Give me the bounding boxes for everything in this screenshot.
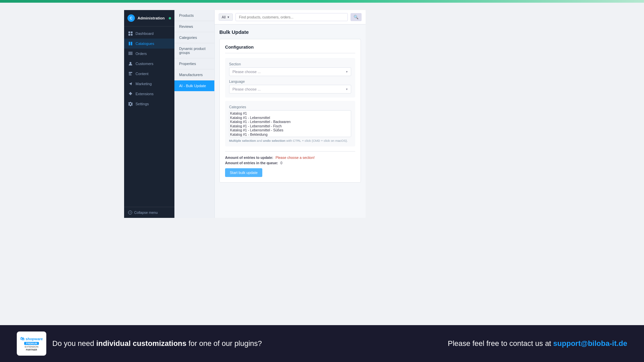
collapse-icon: ? bbox=[128, 210, 132, 215]
section-select-wrapper: Please choose ... ▼ bbox=[229, 67, 351, 76]
extension-label: EXTENSION bbox=[25, 346, 38, 348]
sidebar-item-label: Dashboard bbox=[136, 32, 154, 36]
sidebar-item-marketing[interactable]: Marketing bbox=[124, 79, 174, 89]
sidebar-nav: Dashboard Catalogues Orders Customers bbox=[124, 26, 174, 207]
collapse-label: Collapse menu bbox=[134, 210, 158, 215]
customers-icon bbox=[128, 61, 133, 66]
categories-label: Categories bbox=[229, 105, 351, 109]
submenu: Products Reviews Categories Dynamic prod… bbox=[174, 10, 215, 218]
sidebar-header: C Administration bbox=[124, 10, 174, 26]
dashboard-icon bbox=[128, 31, 133, 36]
sidebar-item-label: Settings bbox=[136, 102, 149, 106]
sidebar-item-label: Content bbox=[136, 72, 149, 76]
top-bar bbox=[0, 0, 644, 3]
svg-rect-5 bbox=[129, 72, 132, 73]
svg-rect-7 bbox=[129, 75, 132, 75]
categories-section: Categories Katalog #1 Katalog #1 - Leben… bbox=[225, 101, 355, 146]
sidebar-logo: C bbox=[127, 14, 135, 22]
selection-hint: Multiple selection and undo selection wi… bbox=[229, 139, 351, 142]
info-section: Amount of entries to update: Please choo… bbox=[225, 151, 355, 177]
bottom-banner: 🛍 shopware PREMIUM EXTENSION PARTNER Do … bbox=[0, 325, 644, 362]
start-bulk-update-button[interactable]: Start bulk update bbox=[225, 168, 262, 177]
language-form-group: Language Please choose ... ▼ bbox=[229, 79, 351, 94]
sidebar-title: Administration bbox=[138, 16, 166, 20]
content-icon bbox=[128, 71, 133, 76]
support-email: support@biloba-it.de bbox=[553, 339, 627, 348]
search-bar: All ▼ 🔍 bbox=[215, 10, 366, 24]
amount-entries-value: Please choose a section! bbox=[275, 156, 315, 160]
submenu-item-bulk-update[interactable]: AI - Bulk Update bbox=[174, 80, 214, 91]
amount-queue-value: 0 bbox=[280, 161, 282, 165]
page-title: Bulk Update bbox=[219, 29, 361, 35]
sidebar-item-settings[interactable]: Settings bbox=[124, 99, 174, 109]
chevron-down-icon: ▼ bbox=[227, 16, 230, 19]
status-dot bbox=[169, 17, 171, 19]
submenu-item-products[interactable]: Products bbox=[174, 10, 214, 21]
submenu-item-dynamic[interactable]: Dynamic product groups bbox=[174, 43, 214, 58]
partner-label: PARTNER bbox=[26, 349, 37, 351]
sidebar-item-label: Orders bbox=[136, 52, 147, 56]
sidebar-item-label: Marketing bbox=[136, 82, 152, 86]
language-select[interactable]: Please choose ... bbox=[229, 85, 351, 94]
sidebar-item-extensions[interactable]: Extensions bbox=[124, 89, 174, 99]
content-area: Bulk Update Configuration Section Please… bbox=[215, 24, 366, 218]
main-content: All ▼ 🔍 Bulk Update Configuration Sectio… bbox=[215, 10, 366, 218]
marketing-icon bbox=[128, 81, 133, 86]
shopware-badge: 🛍 shopware PREMIUM EXTENSION PARTNER bbox=[17, 331, 46, 356]
sidebar: C Administration Dashboard Catalogues Or… bbox=[124, 10, 174, 218]
submenu-item-properties[interactable]: Properties bbox=[174, 58, 214, 69]
shopware-logo: 🛍 shopware bbox=[20, 336, 43, 341]
categories-listbox[interactable]: Katalog #1 Katalog #1 - Lebensmittel Kat… bbox=[229, 110, 351, 137]
sidebar-item-dashboard[interactable]: Dashboard bbox=[124, 28, 174, 39]
orders-icon bbox=[128, 51, 133, 56]
svg-rect-3 bbox=[131, 34, 132, 36]
section-form-group: Section Please choose ... ▼ bbox=[229, 62, 351, 76]
svg-rect-2 bbox=[128, 34, 130, 36]
premium-label: PREMIUM bbox=[24, 342, 39, 345]
submenu-item-manufacturers[interactable]: Manufacturers bbox=[174, 69, 214, 80]
language-label: Language bbox=[229, 79, 351, 83]
section-label: Section bbox=[229, 62, 351, 66]
sidebar-item-label: Catalogues bbox=[136, 42, 154, 46]
language-select-wrapper: Please choose ... ▼ bbox=[229, 85, 351, 94]
settings-icon bbox=[128, 102, 133, 106]
bottom-banner-left: 🛍 shopware PREMIUM EXTENSION PARTNER Do … bbox=[17, 331, 262, 356]
svg-rect-6 bbox=[129, 73, 131, 74]
collapse-menu-button[interactable]: ? Collapse menu bbox=[128, 210, 170, 215]
submenu-item-categories[interactable]: Categories bbox=[174, 32, 214, 43]
section-select[interactable]: Please choose ... bbox=[229, 67, 351, 76]
sidebar-item-label: Extensions bbox=[136, 92, 154, 96]
config-card: Configuration Section Please choose ... … bbox=[219, 39, 361, 183]
search-filter-select[interactable]: All ▼ bbox=[219, 13, 233, 21]
config-title: Configuration bbox=[225, 45, 355, 53]
sidebar-item-catalogues[interactable]: Catalogues bbox=[124, 39, 174, 49]
banner-message: Do you need individual customizations fo… bbox=[52, 339, 262, 348]
sidebar-item-customers[interactable]: Customers bbox=[124, 59, 174, 69]
svg-rect-0 bbox=[128, 32, 130, 33]
amount-entries-line: Amount of entries to update: Please choo… bbox=[225, 156, 355, 160]
search-button[interactable]: 🔍 bbox=[351, 13, 362, 21]
svg-point-4 bbox=[129, 62, 131, 64]
form-section: Section Please choose ... ▼ Language Ple… bbox=[225, 58, 355, 98]
extensions-icon bbox=[128, 92, 133, 96]
sidebar-item-orders[interactable]: Orders bbox=[124, 49, 174, 59]
catalogue-icon bbox=[128, 41, 133, 46]
sidebar-item-label: Customers bbox=[136, 62, 153, 66]
sidebar-item-content[interactable]: Content bbox=[124, 69, 174, 79]
search-input[interactable] bbox=[235, 13, 348, 21]
amount-queue-line: Amount of entries in the queue: 0 bbox=[225, 161, 355, 165]
svg-rect-1 bbox=[131, 32, 132, 33]
sidebar-footer: ? Collapse menu bbox=[124, 207, 174, 218]
submenu-item-reviews[interactable]: Reviews bbox=[174, 21, 214, 32]
contact-info: Please feel free to contact us at suppor… bbox=[448, 339, 627, 348]
